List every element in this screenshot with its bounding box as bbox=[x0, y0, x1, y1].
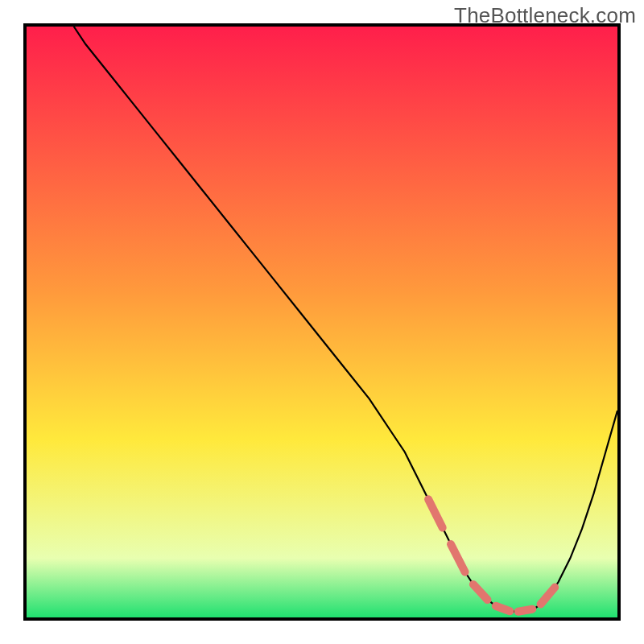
gradient-background bbox=[27, 27, 617, 617]
chart-svg bbox=[27, 27, 617, 617]
chart-frame: TheBottleneck.com bbox=[0, 0, 644, 644]
watermark-text: TheBottleneck.com bbox=[454, 3, 636, 28]
svg-line-3 bbox=[496, 606, 510, 612]
svg-line-4 bbox=[518, 609, 533, 612]
plot-area bbox=[23, 23, 621, 621]
